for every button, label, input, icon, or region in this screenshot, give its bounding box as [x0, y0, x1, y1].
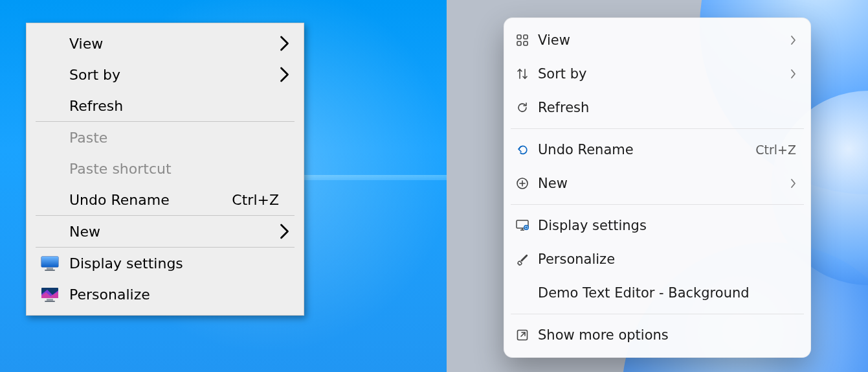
sort-icon — [513, 65, 531, 83]
menu-item-shortcut: Ctrl+Z — [232, 192, 279, 208]
win11-desktop: View Sort by Refresh — [447, 0, 868, 372]
menu-item-shortcut: Ctrl+Z — [755, 143, 796, 157]
menu-item-refresh[interactable]: Refresh — [27, 90, 304, 121]
blank-icon — [513, 284, 531, 302]
chevron-right-icon — [280, 35, 289, 52]
menu-item-undo-rename[interactable]: Undo Rename Ctrl+Z — [504, 133, 810, 167]
menu-item-new[interactable]: New — [27, 216, 304, 247]
grid-icon — [513, 31, 531, 49]
menu-item-label: View — [69, 36, 103, 52]
svg-rect-1 — [41, 257, 58, 267]
menu-item-label: Show more options — [538, 327, 669, 343]
menu-item-paste: Paste — [27, 122, 304, 153]
menu-item-label: Refresh — [538, 100, 589, 115]
chevron-right-icon — [790, 35, 796, 45]
menu-item-label: Personalize — [538, 251, 615, 267]
menu-item-label: View — [538, 32, 570, 48]
chevron-right-icon — [790, 69, 796, 79]
win11-context-menu: View Sort by Refresh — [504, 17, 811, 358]
menu-item-label: Refresh — [69, 98, 123, 114]
menu-item-sort-by[interactable]: Sort by — [27, 59, 304, 90]
win10-desktop: View Sort by Refresh Paste Paste shortcu… — [0, 0, 447, 372]
refresh-icon — [513, 99, 531, 117]
expand-icon — [513, 326, 531, 344]
chevron-right-icon — [280, 66, 289, 83]
separator — [511, 128, 804, 129]
win10-context-menu: View Sort by Refresh Paste Paste shortcu… — [26, 23, 304, 316]
menu-item-paste-shortcut: Paste shortcut — [27, 153, 304, 184]
svg-rect-9 — [517, 41, 521, 45]
menu-item-undo-rename[interactable]: Undo Rename Ctrl+Z — [27, 184, 304, 215]
svg-rect-8 — [524, 35, 528, 39]
svg-rect-3 — [45, 270, 55, 271]
personalize-icon — [39, 285, 61, 303]
display-icon — [39, 254, 61, 272]
menu-item-label: Display settings — [69, 255, 183, 272]
paintbrush-icon — [513, 250, 531, 268]
menu-item-sort-by[interactable]: Sort by — [504, 57, 810, 91]
menu-item-refresh[interactable]: Refresh — [504, 91, 810, 124]
svg-rect-5 — [47, 299, 53, 301]
display-settings-icon — [513, 216, 531, 235]
menu-item-display-settings[interactable]: Display settings — [504, 209, 810, 242]
svg-rect-6 — [45, 301, 55, 302]
separator — [511, 314, 804, 314]
menu-item-label: New — [538, 176, 568, 191]
svg-rect-10 — [524, 41, 528, 45]
menu-item-label: Undo Rename — [538, 142, 634, 157]
menu-item-personalize[interactable]: Personalize — [504, 242, 810, 276]
menu-item-display-settings[interactable]: Display settings — [27, 248, 304, 279]
menu-item-label: Paste — [69, 130, 107, 146]
separator — [511, 204, 804, 205]
menu-item-label: Sort by — [69, 67, 120, 83]
menu-item-label: Paste shortcut — [69, 161, 172, 177]
menu-item-label: Demo Text Editor - Background — [538, 285, 750, 301]
svg-rect-2 — [47, 268, 53, 270]
menu-item-new[interactable]: New — [504, 167, 810, 200]
menu-item-view[interactable]: View — [504, 23, 810, 57]
menu-item-personalize[interactable]: Personalize — [27, 279, 304, 310]
menu-item-show-more-options[interactable]: Show more options — [504, 318, 810, 352]
svg-rect-7 — [517, 35, 521, 39]
menu-item-label: Personalize — [69, 286, 150, 303]
menu-item-label: Undo Rename — [69, 192, 170, 208]
menu-item-label: New — [69, 224, 100, 240]
menu-item-view[interactable]: View — [27, 28, 304, 59]
chevron-right-icon — [280, 223, 289, 240]
undo-icon — [513, 141, 531, 159]
plus-circle-icon — [513, 174, 531, 192]
menu-item-label: Sort by — [538, 66, 586, 82]
chevron-right-icon — [790, 178, 796, 189]
menu-item-demo-text-editor[interactable]: Demo Text Editor - Background — [504, 276, 810, 310]
menu-item-label: Display settings — [538, 218, 647, 233]
